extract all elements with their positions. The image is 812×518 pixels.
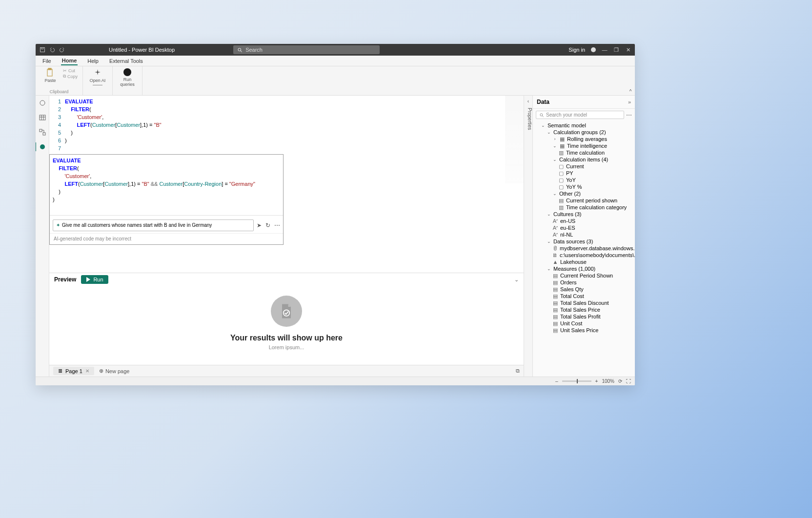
dax-editor[interactable]: 1 2 3 4 5 6 7 8 9 10 11 12 13 14 EVALUAT… — [49, 96, 524, 245]
tree-ds1[interactable]: 🛢mydbserver.database.windows.net;MyData.… — [533, 245, 635, 252]
tree-time-intelligence[interactable]: ⌄▦Time intelligence — [533, 142, 635, 149]
calc-item-icon: ▢ — [558, 170, 564, 176]
data-panel-title: Data — [537, 99, 549, 105]
tree-m7[interactable]: ▤Total Sales Profit — [533, 313, 635, 320]
database-icon: 🛢 — [552, 245, 558, 251]
paste-button[interactable]: Paste — [41, 68, 60, 89]
menu-help[interactable]: Help — [86, 57, 100, 65]
copy-button[interactable]: ⧉Copy — [63, 74, 78, 79]
tree-culture-en[interactable]: Aʳen-US — [533, 218, 635, 224]
tree-m1[interactable]: ▤Current Period Shown — [533, 272, 635, 279]
tree-m4[interactable]: ▤Total Cost — [533, 293, 635, 299]
cut-button[interactable]: ✂Cut — [63, 68, 78, 73]
menubar: File Home Help External Tools — [36, 56, 635, 66]
calc-group-icon: ▦ — [559, 136, 565, 142]
tree-m5[interactable]: ▤Total Sales Discount — [533, 299, 635, 306]
close-icon[interactable]: ✕ — [625, 47, 631, 53]
new-page-button[interactable]: ⊕ New page — [96, 368, 133, 374]
pages-overflow-icon[interactable]: ⧉ — [516, 368, 520, 374]
fit-page-icon[interactable]: ⟳ — [618, 379, 622, 384]
tree-rolling-averages[interactable]: ›▦Rolling averages — [533, 136, 635, 142]
zoom-out-icon[interactable]: – — [555, 379, 558, 384]
ribbon-group-queries: Run queries — [113, 66, 142, 95]
minimap[interactable] — [505, 96, 524, 183]
code-body[interactable]: EVALUATE FILTER( 'Customer', LEFT(Custom… — [65, 98, 524, 245]
tree-time-calc-category[interactable]: ▥Time calculation category — [533, 204, 635, 211]
save-icon[interactable] — [40, 47, 45, 53]
clipboard-mini: ✂Cut ⧉Copy — [63, 68, 78, 89]
tree-semantic-model[interactable]: ⌄Semantic model — [533, 122, 635, 129]
measure-icon: ▤ — [552, 273, 558, 279]
more-icon[interactable]: ⋯ — [274, 221, 280, 229]
dax-query-view-icon[interactable] — [39, 143, 46, 150]
tree-cultures[interactable]: ⌄Cultures (3) — [533, 211, 635, 218]
column-icon: ▥ — [558, 150, 564, 156]
tree-m2[interactable]: ▤Orders — [533, 279, 635, 286]
tree-m8[interactable]: ▤Unit Cost — [533, 320, 635, 327]
menu-external-tools[interactable]: External Tools — [108, 57, 144, 65]
report-view-icon[interactable] — [39, 100, 46, 106]
avatar-icon[interactable] — [591, 47, 596, 52]
tree-other[interactable]: ⌄Other (2) — [533, 190, 635, 197]
redo-icon[interactable] — [59, 47, 65, 53]
tree-ds2[interactable]: 🗎c:\users\somebody\documents\... — [533, 252, 635, 259]
tree-m9[interactable]: ▤Unit Sales Price — [533, 327, 635, 334]
statusbar: – + 100% ⟳ ⛶ — [36, 377, 635, 385]
close-tab-icon[interactable]: ✕ — [85, 368, 89, 374]
tree-measures[interactable]: ⌄Measures (1,000) — [533, 265, 635, 272]
measure-icon: ▤ — [552, 286, 558, 292]
tree-calc-items[interactable]: ⌄Calculation items (4) — [533, 156, 635, 163]
expand-data-panel-icon[interactable]: » — [628, 99, 631, 105]
ribbon-collapse-icon[interactable]: ^ — [626, 66, 635, 95]
tree-ds3[interactable]: ▲Lakehouse — [533, 259, 635, 265]
measure-icon: ▤ — [558, 198, 564, 203]
tree-item-current[interactable]: ▢Current — [533, 163, 635, 170]
tree-current-period-shown[interactable]: ▤Current period shown — [533, 197, 635, 204]
calc-group-icon: ▦ — [559, 143, 565, 149]
ribbon: Paste ✂Cut ⧉Copy Clipboard Open AI — [36, 66, 635, 96]
ai-disclaimer: AI-generated code may be incorrect — [50, 233, 283, 244]
collapse-preview-icon[interactable]: ⌄ — [514, 277, 519, 283]
tree-culture-nl[interactable]: Aʳnl-NL — [533, 231, 635, 238]
run-queries-button[interactable]: Run queries — [118, 68, 137, 89]
zoom-level: 100% — [602, 379, 614, 384]
sign-in-link[interactable]: Sign in — [568, 47, 585, 53]
search-placeholder: Search — [245, 47, 263, 53]
file-icon: 🗎 — [552, 252, 558, 258]
tree-item-yoy[interactable]: ▢YoY — [533, 177, 635, 183]
minimize-icon[interactable]: — — [602, 47, 608, 53]
tree-culture-eu[interactable]: Aʳeu-ES — [533, 224, 635, 231]
page-tab-1[interactable]: ≣ Page 1 ✕ — [53, 367, 94, 375]
undo-icon[interactable] — [49, 47, 55, 53]
fullscreen-icon[interactable]: ⛶ — [626, 379, 631, 384]
ai-prompt-input[interactable]: ✦ Give me all customers whose names star… — [53, 219, 254, 231]
tree-time-calculation[interactable]: ▥Time calculation — [533, 149, 635, 156]
preview-pane: Preview Run ⌄ Your results will show up … — [49, 273, 524, 365]
document-check-icon — [271, 296, 302, 327]
measure-icon: ▤ — [552, 307, 558, 313]
tree-m3[interactable]: ▤Sales Qty — [533, 286, 635, 293]
titlebar: Untitled - Power BI Desktop Search Sign … — [36, 44, 635, 56]
maximize-icon[interactable]: ❐ — [613, 47, 619, 53]
menu-file[interactable]: File — [41, 57, 52, 65]
table-view-icon[interactable] — [39, 114, 46, 121]
menu-home[interactable]: Home — [61, 57, 78, 65]
tree-item-yoy-pct[interactable]: ▢YoY % — [533, 183, 635, 190]
svg-rect-7 — [40, 129, 42, 132]
global-search[interactable]: Search — [233, 45, 380, 54]
zoom-in-icon[interactable]: + — [595, 379, 598, 384]
tree-m6[interactable]: ▤Total Sales Price — [533, 306, 635, 313]
expand-properties-icon[interactable]: ‹ — [524, 96, 532, 104]
model-view-icon[interactable] — [39, 129, 46, 136]
zoom-slider[interactable] — [562, 380, 591, 382]
open-ai-button[interactable]: Open AI — [88, 68, 107, 89]
data-more-icon[interactable]: ⋯ — [626, 112, 632, 119]
data-search-input[interactable]: Search your model — [536, 111, 624, 119]
tree-calc-groups[interactable]: ⌄Calculation groups (2) — [533, 129, 635, 136]
tree-datasources[interactable]: ⌄Data sources (3) — [533, 238, 635, 245]
tree-item-py[interactable]: ▢PY — [533, 170, 635, 177]
history-icon[interactable]: ↻ — [265, 221, 270, 229]
sparkle-icon: ✦ — [56, 221, 60, 229]
send-icon[interactable]: ➤ — [257, 221, 262, 229]
run-button[interactable]: Run — [81, 275, 108, 284]
